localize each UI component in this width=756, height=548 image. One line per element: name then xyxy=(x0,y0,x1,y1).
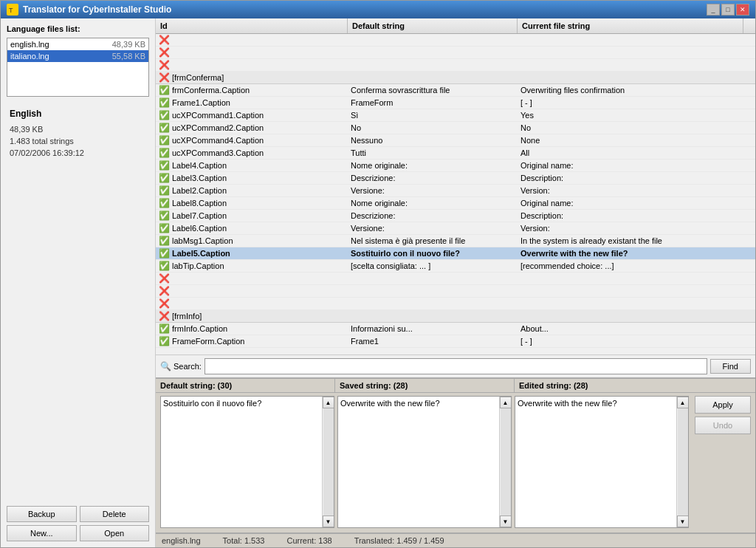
row-default: Nel sistema è già presente il file xyxy=(348,236,518,246)
table-row[interactable]: ✅ labTip.Caption [scelta consigliata: ..… xyxy=(156,260,755,273)
edited-editor[interactable] xyxy=(515,397,676,527)
scroll-track[interactable] xyxy=(501,408,511,516)
table-row[interactable]: ✅ ucXPCommand1.Caption Sì Yes xyxy=(156,109,755,122)
table-row[interactable]: ✅ Label4.Caption Nome originale: Origina… xyxy=(156,160,755,172)
window-title: Translator for CyberInstaller Studio xyxy=(23,4,171,15)
section-label: [frmInfo] xyxy=(172,312,202,321)
maximize-button[interactable]: □ xyxy=(721,4,735,16)
table-row[interactable]: ✅ FrameForm.Caption Frame1 [ - ] xyxy=(156,335,755,348)
check-icon: ✅ xyxy=(159,135,169,145)
scroll-down-arrow[interactable]: ▼ xyxy=(500,516,512,527)
saved-scrollbar[interactable]: ▲ ▼ xyxy=(499,397,511,527)
row-default: Descrizione: xyxy=(348,173,518,183)
row-current: Version: xyxy=(518,185,755,196)
table-row[interactable]: ❌ xyxy=(156,34,755,47)
table-row[interactable]: ❌ xyxy=(156,285,755,298)
saved-editor[interactable] xyxy=(338,397,499,527)
scroll-up-arrow[interactable]: ▲ xyxy=(323,397,334,408)
bottom-section: Default string: (30) Saved string: (28) … xyxy=(156,377,755,532)
svg-text:T: T xyxy=(9,7,13,14)
search-input[interactable] xyxy=(205,358,707,374)
table-row[interactable]: ✅ Label2.Caption Versione: Version: xyxy=(156,185,755,197)
check-icon: ✅ xyxy=(159,261,169,271)
table-row[interactable]: ✅ Label8.Caption Nome originale: Origina… xyxy=(156,197,755,210)
table-row[interactable]: ✅ ucXPCommand4.Caption Nessuno None xyxy=(156,134,755,147)
saved-editor-wrapper: ▲ ▼ xyxy=(337,396,512,528)
row-default: No xyxy=(348,123,518,133)
row-id: Label2.Caption xyxy=(172,186,227,195)
table-row[interactable]: ✅ Frame1.Caption FrameForm [ - ] xyxy=(156,97,755,109)
language-info: English 48,39 KB 1.483 total strings 07/… xyxy=(7,106,149,162)
row-id: Label6.Caption xyxy=(172,224,227,233)
error-icon: ❌ xyxy=(159,286,169,296)
status-file: english.lng xyxy=(162,536,201,545)
search-bar: 🔍 Search: Find xyxy=(156,355,755,377)
apply-button[interactable]: Apply xyxy=(695,396,751,414)
default-scrollbar[interactable]: ▲ ▼ xyxy=(322,397,334,527)
row-id: Label4.Caption xyxy=(172,161,227,170)
row-current: Overwriting files confirmation xyxy=(518,85,755,95)
error-icon: ❌ xyxy=(159,72,169,83)
table-row[interactable]: ✅ ucXPCommand3.Caption Tutti All xyxy=(156,147,755,160)
status-current: Current: 138 xyxy=(286,536,331,545)
section-label: [frmConferma] xyxy=(172,73,224,82)
open-button[interactable]: Open xyxy=(80,525,150,541)
scroll-down-arrow[interactable]: ▼ xyxy=(677,516,689,527)
table-header: Id Default string Current file string xyxy=(156,18,755,34)
table-row-section[interactable]: ❌ [frmConferma] xyxy=(156,72,755,84)
default-editor-col: ▲ ▼ xyxy=(160,396,334,528)
file-item-italiano[interactable]: italiano.lng 55,58 KB xyxy=(7,50,148,62)
left-panel: Language files list: english.lng 48,39 K… xyxy=(1,18,156,547)
status-bar: english.lng Total: 1.533 Current: 138 Tr… xyxy=(156,532,755,547)
undo-button[interactable]: Undo xyxy=(695,417,751,434)
edited-scrollbar[interactable]: ▲ ▼ xyxy=(676,397,688,527)
table-row[interactable]: ✅ frmInfo.Caption Informazioni su... Abo… xyxy=(156,323,755,335)
table-row[interactable]: ✅ ucXPCommand2.Caption No No xyxy=(156,122,755,134)
table-row[interactable]: ❌ xyxy=(156,273,755,285)
file-item-english[interactable]: english.lng 48,39 KB xyxy=(7,38,148,50)
delete-button[interactable]: Delete xyxy=(80,506,150,522)
header-id: Id xyxy=(156,18,348,33)
default-editor[interactable] xyxy=(161,397,322,527)
row-current: Yes xyxy=(518,110,755,120)
scroll-up-arrow[interactable]: ▲ xyxy=(500,397,512,408)
scroll-up-arrow[interactable]: ▲ xyxy=(677,397,689,408)
find-button[interactable]: Find xyxy=(710,359,751,374)
check-icon: ✅ xyxy=(159,160,169,171)
backup-button[interactable]: Backup xyxy=(7,506,77,522)
table-row[interactable]: ✅ Label6.Caption Versione: Version: xyxy=(156,222,755,235)
search-icon: 🔍 xyxy=(160,361,171,371)
edited-editor-wrapper: ▲ ▼ xyxy=(515,396,689,528)
right-panel: Id Default string Current file string ❌ xyxy=(156,18,755,547)
check-icon: ✅ xyxy=(159,110,169,120)
table-scroll[interactable]: ❌ ❌ xyxy=(156,34,755,355)
row-default: Versione: xyxy=(348,185,518,196)
row-default: Sì xyxy=(348,110,518,120)
row-current: [recommended choice: ...] xyxy=(518,261,755,271)
language-date: 07/02/2006 16:39:12 xyxy=(10,147,146,159)
error-icon: ❌ xyxy=(159,273,169,284)
close-button[interactable]: ✕ xyxy=(736,4,749,16)
minimize-button[interactable]: _ xyxy=(707,4,720,16)
row-id: ucXPCommand1.Caption xyxy=(172,111,264,120)
scroll-down-arrow[interactable]: ▼ xyxy=(323,516,334,527)
row-id: labTip.Caption xyxy=(172,261,224,270)
check-icon: ✅ xyxy=(159,336,169,346)
table-row[interactable]: ✅ labMsg1.Caption Nel sistema è già pres… xyxy=(156,235,755,247)
new-button[interactable]: New... xyxy=(7,525,77,541)
row-id: ucXPCommand4.Caption xyxy=(172,136,264,145)
table-row[interactable]: ❌ xyxy=(156,59,755,72)
table-row[interactable]: ❌ xyxy=(156,47,755,59)
table-row[interactable]: ❌ xyxy=(156,298,755,310)
table-row[interactable]: ✅ Label7.Caption Descrizione: Descriptio… xyxy=(156,210,755,222)
language-total-strings: 1.483 total strings xyxy=(10,135,146,147)
scroll-track[interactable] xyxy=(323,408,334,516)
table-row-section[interactable]: ❌ [frmInfo] xyxy=(156,310,755,323)
titlebar: T Translator for CyberInstaller Studio _… xyxy=(1,1,755,18)
table-row[interactable]: ✅ frmConferma.Caption Conferma sovrascri… xyxy=(156,84,755,97)
table-row-selected[interactable]: ✅ Label5.Caption Sostituirlo con il nuov… xyxy=(156,247,755,260)
table-row[interactable]: ✅ Label3.Caption Descrizione: Descriptio… xyxy=(156,172,755,185)
check-icon: ✅ xyxy=(159,97,169,108)
row-default: Descrizione: xyxy=(348,210,518,221)
scroll-track[interactable] xyxy=(678,408,688,516)
